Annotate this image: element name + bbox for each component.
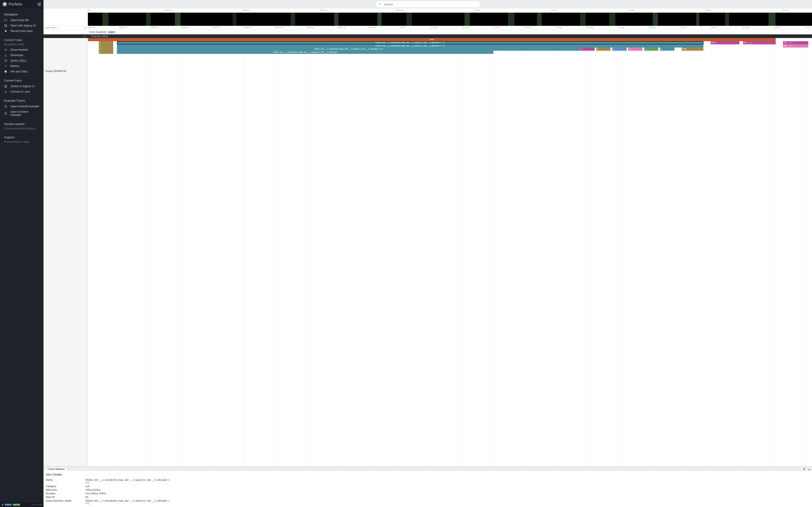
slice[interactable]: std::__1::… [743,41,776,44]
section-title: Sample queries [0,120,44,127]
slice[interactable]: s… [99,44,113,48]
perfetto-logo-icon [3,2,7,6]
detail-key: Category [46,485,86,488]
slice[interactable]: std::__1::… [783,41,808,44]
section-sub: fib.perfetto (1 MB) [0,43,44,47]
detail-row: Slice ID 82 [46,495,810,499]
slice[interactable]: s… [580,48,595,51]
slice[interactable]: Fib(int, std::__1::unordered_map, std::_… [117,48,580,51]
brand[interactable]: Perfetto [3,2,22,6]
sidebar-item-label: Open with legacy UI [10,24,36,27]
svg-rect-11 [5,86,7,88]
process-label: Process 14816 [88,35,812,38]
record-icon [4,30,7,33]
topbar [44,0,812,9]
time-ruler[interactable]: 1634677040 s + 0 s +28.6 us+128.5 us+228… [44,26,812,30]
sidebar-scroll[interactable]: Navigation Open trace file Open with leg… [0,9,44,502]
svg-text:i: i [5,71,6,72]
bar-chart-icon[interactable]: ▮ [1,504,4,506]
search-icon [378,3,382,6]
sidebar-item-0-1[interactable]: Open with legacy UI [0,23,44,28]
svg-rect-0 [5,24,6,26]
slice-selected[interactable]: Fib(int, std::__1::unordered_map, std::_… [117,41,704,44]
chevron-up-icon[interactable] [84,35,86,37]
svg-point-5 [6,60,7,60]
details-title: Slice Details [46,473,810,476]
slice[interactable]: s… [99,51,113,54]
slice[interactable]: s… [612,48,627,51]
sidebar-item-0-2[interactable]: Record new trace [0,28,44,34]
brand-name: Perfetto [9,2,22,6]
chevron-down-icon[interactable] [808,468,811,471]
detail-row: source.function_name Fib(int, std::__1::… [46,499,810,505]
upload-icon[interactable] [803,468,806,471]
detail-key: source.function_name [46,499,86,505]
process-header[interactable]: Process 14816 [44,35,812,38]
slice[interactable]: Fib(int, std::__1::unordered_map, std::_… [117,44,704,48]
sidebar-footer: ▮ WSM 0 SW ON v19.0-e923f [0,502,44,507]
sidebar-item-2-1[interactable]: Convert to .json [0,89,44,94]
section-title: Navigation [0,11,44,17]
sidebar-item-label: Download [10,54,23,57]
thread-label: Thread 1818804760 [45,70,66,72]
sidebar-item-label: Convert to .json [10,90,30,93]
section-title: Support [0,134,44,140]
clock-label: Clock Snapshots [89,31,106,33]
tab-current-selection[interactable]: Current Selection [45,467,67,471]
detail-value: null [86,485,171,488]
sidebar: Perfetto Navigation Open trace file Open… [0,0,44,507]
wsm-badge[interactable]: WSM 0 [5,504,12,506]
sw-badge[interactable]: SW ON [13,504,20,506]
detail-key: Start time [46,489,86,491]
slice[interactable]: s… [660,48,674,51]
slice[interactable]: Fib(i… [682,48,704,51]
detail-row: Duration 1ms 939us 878ns [46,492,810,495]
sql-icon [4,59,7,62]
svg-point-12 [379,3,380,5]
sidebar-item-1-4[interactable]: i Info and stats [0,69,44,74]
sidebar-item-1-2[interactable]: Query (SQL) [0,58,44,63]
sidebar-header: Perfetto [0,0,44,9]
slice[interactable]: s… [99,48,113,51]
slice[interactable]: Fib(i… [711,41,740,44]
doc-icon [4,105,7,108]
slice[interactable]: std::__1::… [783,44,808,48]
search-input[interactable] [384,3,477,6]
slice[interactable]: s… [596,48,611,51]
flame-graph[interactable]: Thread 1818804760 mains…Fib(int, std::__… [44,38,812,466]
sidebar-item-2-0[interactable]: Switch to legacy UI [0,83,44,89]
copy-icon [4,84,7,88]
detail-row: Category null [46,484,810,488]
search-box[interactable] [376,1,480,7]
sidebar-item-label: Open trace file [10,18,29,22]
sidebar-item-1-3[interactable]: Metrics [0,63,44,69]
sidebar-item-label: Switch to legacy UI [10,84,35,88]
hamburger-icon[interactable] [38,3,41,6]
overview-timeline[interactable]: 0 s237.7 us475.6 us713.3 us951.3 us1.2 m… [44,9,812,26]
detail-row: Start time 105us 619ns [46,488,810,492]
sidebar-item-3-0[interactable]: Open Android example [0,104,44,109]
slice-main[interactable]: main [88,38,776,41]
section-sub: Documentation & Bugs [0,140,44,145]
sidebar-item-label: Open Android example [10,105,39,108]
sidebar-item-label: Info and stats [10,70,28,73]
slice-s[interactable]: s… [99,41,113,44]
sidebar-item-0-0[interactable]: Open trace file [0,17,44,23]
detail-row: Name Fib(int, std::__1::unordered_map, s… [46,478,810,484]
ruler-ts: 1634677040 s + [45,27,58,29]
info-icon: i [4,70,7,73]
sidebar-item-1-1[interactable]: Download [0,53,44,58]
sidebar-item-3-1[interactable]: Open Chrome example [0,109,44,118]
slice[interactable]: s… [644,48,659,51]
sidebar-item-label: Query (SQL) [10,59,27,62]
clock-snapshots-row[interactable]: Clock Snapshots metric [44,30,812,35]
detail-key: Name [46,478,86,484]
slice[interactable]: s… [628,48,643,51]
sidebar-item-1-0[interactable]: Show timeline [0,47,44,53]
sidebar-item-label: Record new trace [10,30,33,33]
details-panel: Current Selection Slice Details Name Fib… [44,466,812,507]
slice[interactable]: Fib(int, std::__1::unordered_map, std::_… [117,51,494,54]
ruler-zero: 0 s [84,27,87,29]
detail-value: 1ms 939us 878ns [86,492,171,495]
sidebar-item-label: Show timeline [10,48,28,51]
